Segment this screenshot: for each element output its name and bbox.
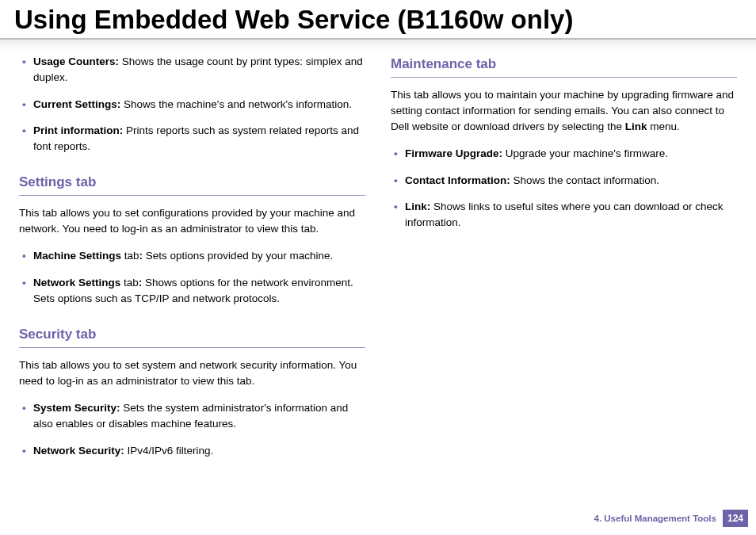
intro-bold: Link — [625, 120, 647, 132]
item-term: Print information: — [33, 124, 123, 136]
item-mid: tab — [120, 277, 139, 289]
item-term: Link: — [405, 201, 430, 212]
list-item: Usage Counters: Shows the usage count by… — [19, 54, 365, 86]
item-desc: Sets options provided by your machine. — [143, 250, 333, 262]
item-term: Machine Settings — [33, 250, 121, 262]
list-item: Link: Shows links to useful sites where … — [391, 199, 737, 231]
item-term: Contact Information: — [405, 174, 510, 186]
left-column: Usage Counters: Shows the usage count by… — [19, 54, 365, 469]
security-list: System Security: Sets the system adminis… — [19, 400, 365, 459]
intro-post: menu. — [647, 120, 679, 132]
list-item: Print information: Prints reports such a… — [19, 123, 365, 155]
page-footer: 4. Useful Management Tools 124 — [594, 510, 748, 527]
intro-pre: This tab allows you to maintain your mac… — [391, 89, 734, 133]
content-columns: Usage Counters: Shows the usage count by… — [0, 40, 756, 469]
item-term: Network Security: — [33, 445, 124, 457]
list-item: Machine Settings tab: Sets options provi… — [19, 248, 365, 264]
settings-intro: This tab allows you to set configuration… — [19, 205, 365, 238]
security-intro: This tab allows you to set system and ne… — [19, 357, 365, 390]
title-shadow — [0, 40, 756, 51]
list-item: Contact Information: Shows the contact i… — [391, 173, 737, 189]
item-desc: Upgrade your machine's firmware. — [502, 147, 668, 159]
item-desc: Shows links to useful sites where you ca… — [405, 201, 723, 228]
footer-chapter: 4. Useful Management Tools — [594, 514, 716, 523]
intro-list: Usage Counters: Shows the usage count by… — [19, 54, 365, 155]
item-term: Firmware Upgrade: — [405, 147, 502, 159]
item-desc: Shows the contact information. — [510, 174, 659, 186]
list-item: System Security: Sets the system adminis… — [19, 400, 365, 433]
item-desc: IPv4/IPv6 filtering. — [124, 445, 214, 457]
security-heading: Security tab — [19, 324, 365, 348]
item-term: Network Settings — [33, 277, 120, 289]
list-item: Network Settings tab: Shows options for … — [19, 275, 365, 308]
settings-heading: Settings tab — [19, 172, 365, 196]
list-item: Firmware Upgrade: Upgrade your machine's… — [391, 146, 737, 162]
maintenance-heading: Maintenance tab — [391, 54, 737, 78]
right-column: Maintenance tab This tab allows you to m… — [391, 54, 737, 469]
maintenance-list: Firmware Upgrade: Upgrade your machine's… — [391, 146, 737, 231]
item-term: System Security: — [33, 402, 120, 414]
item-desc: Shows the machine's and network's inform… — [120, 98, 352, 110]
item-term: Usage Counters: — [33, 55, 119, 67]
page-number: 124 — [723, 510, 748, 527]
page-title: Using Embedded Web Service (B1160w only) — [0, 0, 756, 40]
settings-list: Machine Settings tab: Sets options provi… — [19, 248, 365, 307]
maintenance-intro: This tab allows you to maintain your mac… — [391, 87, 737, 136]
list-item: Network Security: IPv4/IPv6 filtering. — [19, 443, 365, 459]
list-item: Current Settings: Shows the machine's an… — [19, 97, 365, 113]
item-mid: tab — [121, 250, 139, 262]
item-term: Current Settings: — [33, 98, 120, 110]
